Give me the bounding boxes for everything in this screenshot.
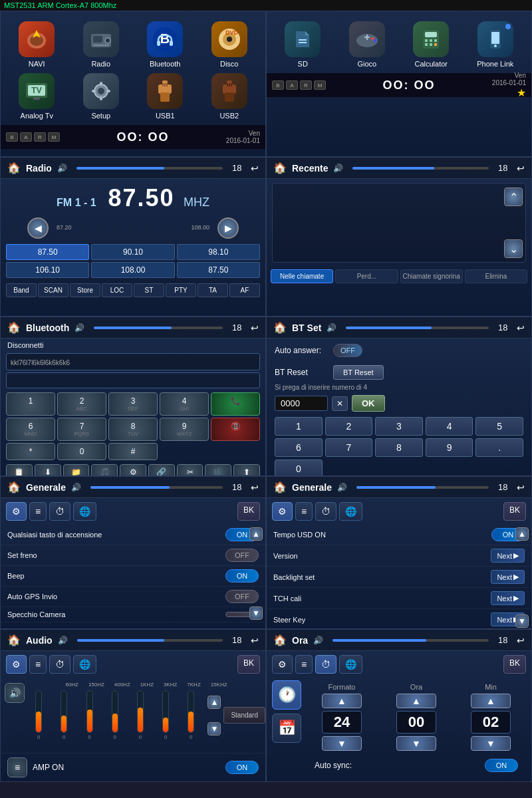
- home-icon-bt[interactable]: 🏠: [7, 321, 21, 334]
- auto-answer-toggle[interactable]: OFF: [333, 344, 362, 357]
- ora-tab-gear[interactable]: ⚙: [272, 655, 293, 674]
- tab-bk-r[interactable]: BK: [503, 502, 526, 521]
- ora-up[interactable]: ▲: [396, 694, 436, 708]
- bt-key-star[interactable]: *: [6, 443, 55, 460]
- launcher-icon-gioco[interactable]: Gioco: [338, 21, 397, 68]
- launcher-icon-analogtv[interactable]: TV Analog Tv: [7, 73, 66, 120]
- bt-action-1[interactable]: 📋: [6, 464, 33, 476]
- bt-key-8[interactable]: 8TUV: [108, 418, 158, 441]
- btset-pin-input[interactable]: 0000: [275, 396, 328, 411]
- bt-key-hash[interactable]: #: [108, 443, 158, 460]
- bt-search-box[interactable]: [6, 372, 260, 388]
- tab-elimina[interactable]: Elimina: [465, 269, 527, 283]
- preset-2[interactable]: 98.10: [177, 244, 260, 260]
- vol-slider-btset[interactable]: [346, 327, 489, 329]
- bt-call-btn[interactable]: 📞: [211, 392, 260, 416]
- scroll-up-genleft[interactable]: ▲: [249, 527, 263, 541]
- bluetooth-icon[interactable]: B: [147, 21, 183, 57]
- audio-tab-globe[interactable]: 🌐: [73, 655, 96, 674]
- vol-icon-ora[interactable]: 🔊: [313, 636, 323, 645]
- btset-key-1[interactable]: 1: [275, 417, 323, 436]
- vol-slider-radio[interactable]: [76, 167, 223, 170]
- audio-tab-eq[interactable]: ≡: [29, 655, 47, 674]
- audio-tab-bk[interactable]: BK: [237, 655, 260, 674]
- back-icon-genleft[interactable]: ↩: [251, 482, 259, 493]
- home-icon-btset[interactable]: 🏠: [273, 321, 287, 334]
- bt-action-6[interactable]: 🔗: [148, 464, 175, 476]
- radio-next-btn[interactable]: ▶: [217, 217, 239, 239]
- tab-bk[interactable]: BK: [237, 502, 260, 521]
- back-icon-genright[interactable]: ↩: [517, 482, 525, 493]
- btset-key-dot[interactable]: .: [475, 438, 523, 457]
- bt-key-4[interactable]: 4GHI: [160, 392, 209, 416]
- btset-key-9[interactable]: 9: [426, 438, 473, 457]
- analogtv-icon[interactable]: TV: [19, 73, 55, 109]
- vol-slider-bt[interactable]: [94, 327, 223, 329]
- audio-speaker-btn[interactable]: 🔊: [5, 683, 25, 703]
- ora-down[interactable]: ▼: [396, 736, 436, 751]
- home-icon-genleft[interactable]: 🏠: [7, 481, 21, 493]
- launcher-icon-bluetooth[interactable]: B Bluetooth: [136, 21, 195, 68]
- vol-slider-genleft[interactable]: [90, 486, 223, 489]
- home-icon-genright[interactable]: 🏠: [273, 481, 287, 493]
- bt-action-4[interactable]: 🎵: [91, 464, 118, 476]
- bt-action-5[interactable]: ⚙: [120, 464, 146, 476]
- eq-slider-1k[interactable]: 0: [104, 690, 126, 740]
- launcher-icon-sd[interactable]: SD: [273, 21, 332, 68]
- eq-slider-7k[interactable]: 0: [154, 690, 177, 740]
- ora-tab-clock[interactable]: ⏱: [315, 655, 336, 674]
- bt-key-2[interactable]: 2ABC: [57, 392, 106, 416]
- ora-tab-bk[interactable]: BK: [503, 655, 526, 674]
- tab-chiamate-sig[interactable]: Chiamate signorina: [400, 269, 463, 283]
- launcher-icon-setup[interactable]: Setup: [72, 73, 131, 120]
- scroll-up-rec[interactable]: ⌃: [504, 188, 523, 206]
- vol-slider-genright[interactable]: [356, 486, 489, 489]
- scan-btn[interactable]: SCAN: [38, 283, 68, 297]
- home-icon[interactable]: 🏠: [7, 162, 21, 174]
- launcher-icon-usb2[interactable]: USB2: [200, 73, 259, 120]
- scroll-up-genright[interactable]: ▲: [515, 527, 529, 541]
- tab-globe-r[interactable]: 🌐: [339, 502, 362, 521]
- vol-icon-audio[interactable]: 🔊: [58, 636, 68, 645]
- bt-hangup-btn[interactable]: 📵: [211, 418, 260, 441]
- tab-nelle-chiamate[interactable]: Nelle chiamate: [271, 269, 333, 283]
- back-icon-btset[interactable]: ↩: [517, 323, 525, 333]
- ta-btn[interactable]: TA: [198, 283, 228, 297]
- bt-action-8[interactable]: 🎼: [205, 464, 231, 476]
- back-icon-bt[interactable]: ↩: [251, 323, 259, 333]
- bt-action-3[interactable]: 📁: [63, 464, 90, 476]
- home-icon-audio[interactable]: 🏠: [7, 634, 21, 646]
- ora-tab-globe[interactable]: 🌐: [339, 655, 362, 674]
- home-icon-ora[interactable]: 🏠: [273, 634, 287, 646]
- launcher-icon-disco[interactable]: DVD Disco: [200, 21, 259, 68]
- preset-1[interactable]: 90.10: [91, 244, 174, 260]
- tab-gear[interactable]: ⚙: [6, 502, 27, 521]
- scroll-down-genleft[interactable]: ▼: [249, 606, 263, 620]
- btset-del-btn[interactable]: ✕: [332, 396, 348, 411]
- eq-preset-btn[interactable]: Standard: [223, 707, 265, 724]
- preset-0[interactable]: 87.50: [6, 244, 89, 260]
- radio-prev-btn[interactable]: ◀: [27, 217, 49, 239]
- tab-gear-r[interactable]: ⚙: [272, 502, 293, 521]
- bt-key-1[interactable]: 1: [6, 392, 55, 416]
- btset-key-8[interactable]: 8: [375, 438, 423, 457]
- band-btn[interactable]: Band: [6, 283, 37, 297]
- radio-icon[interactable]: [83, 21, 119, 57]
- preset-3[interactable]: 106.10: [6, 262, 89, 278]
- scroll-down-rec[interactable]: ⌄: [504, 239, 523, 258]
- gioco-icon[interactable]: [349, 21, 385, 57]
- ora-tab-sliders[interactable]: ≡: [295, 655, 313, 674]
- back-icon-audio[interactable]: ↩: [251, 635, 259, 646]
- audio-tab-gear[interactable]: ⚙: [6, 655, 27, 674]
- tab-sliders[interactable]: ≡: [29, 502, 47, 521]
- tab-sliders-r[interactable]: ≡: [295, 502, 313, 521]
- bt-reset-btn[interactable]: BT Reset: [333, 365, 384, 380]
- eq-slider-150[interactable]: 0: [53, 690, 75, 740]
- calculator-icon[interactable]: [413, 21, 449, 57]
- audio-eq-icon[interactable]: ≡: [7, 757, 27, 777]
- tab-clock[interactable]: ⏱: [49, 502, 70, 521]
- eq-slider-60[interactable]: 0: [27, 690, 50, 740]
- home-icon-rec[interactable]: 🏠: [273, 162, 287, 174]
- back-icon-rec[interactable]: ↩: [517, 163, 525, 174]
- tab-perd[interactable]: Perd...: [335, 269, 398, 283]
